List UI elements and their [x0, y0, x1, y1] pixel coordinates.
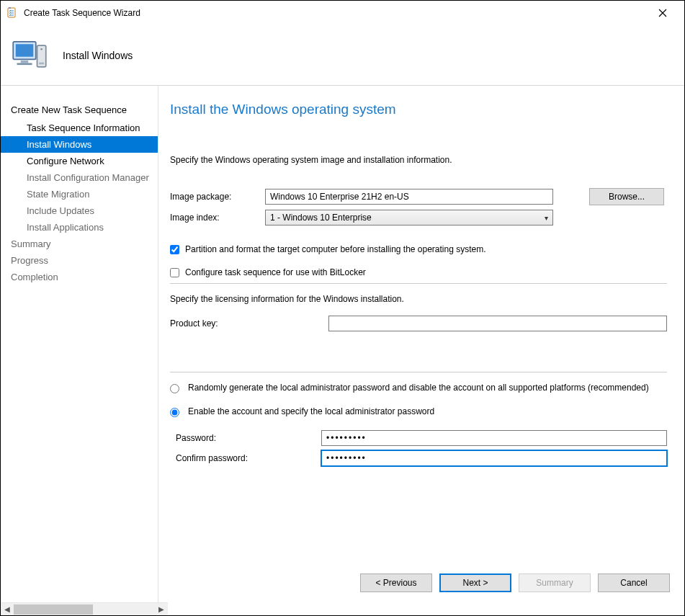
scroll-left-icon[interactable]: ◀	[1, 603, 14, 615]
sidebar-root[interactable]: Create New Task Sequence	[1, 102, 158, 118]
image-index-label: Image index:	[170, 213, 265, 223]
svg-rect-3	[16, 44, 34, 57]
svg-rect-8	[39, 62, 44, 64]
sidebar-item-install-configuration-manager: Install Configuration Manager	[1, 169, 158, 186]
close-button[interactable]	[647, 3, 679, 23]
sidebar-item-task-sequence-information[interactable]: Task Sequence Information	[1, 120, 158, 136]
bitlocker-checkbox[interactable]	[170, 268, 179, 277]
svg-rect-4	[21, 61, 29, 63]
step-title: Install Windows	[63, 50, 133, 61]
sidebar-item-configure-network[interactable]: Configure Network	[1, 153, 158, 169]
next-button[interactable]: Next >	[439, 573, 511, 592]
chevron-down-icon: ▾	[545, 214, 548, 222]
confirm-password-field[interactable]	[321, 450, 667, 466]
sidebar-item-install-applications: Install Applications	[1, 219, 158, 236]
wizard-sidebar: Create New Task Sequence Task Sequence I…	[1, 86, 158, 602]
scroll-right-icon[interactable]: ▶	[155, 603, 168, 615]
summary-button: Summary	[519, 573, 591, 592]
previous-button[interactable]: < Previous	[360, 573, 432, 592]
enable-account-label: Enable the account and specify the local…	[188, 406, 434, 416]
partition-checkbox[interactable]	[170, 245, 179, 254]
partition-checkbox-label: Partition and format the target computer…	[185, 244, 486, 254]
separator	[170, 283, 667, 284]
cancel-button[interactable]: Cancel	[598, 573, 670, 592]
sidebar-item-progress: Progress	[1, 252, 158, 269]
titlebar: Create Task Sequence Wizard	[1, 1, 684, 25]
wizard-main: Install the Windows operating system Spe…	[158, 86, 684, 602]
instruction-text: Specify the Windows operating system ima…	[170, 155, 667, 165]
sidebar-item-install-windows[interactable]: Install Windows	[1, 136, 158, 153]
window-title: Create Task Sequence Wizard	[24, 8, 647, 18]
svg-rect-5	[17, 63, 32, 65]
separator	[170, 372, 667, 372]
sidebar-scrollbar[interactable]: ◀ ▶	[1, 602, 168, 615]
enable-account-radio[interactable]	[170, 408, 179, 417]
confirm-password-label: Confirm password:	[170, 453, 321, 463]
button-bar: < Previous Next > Summary Cancel	[360, 573, 670, 592]
browse-button[interactable]: Browse...	[589, 188, 664, 205]
product-key-field[interactable]	[328, 316, 667, 331]
product-key-label: Product key:	[170, 318, 328, 329]
scroll-thumb[interactable]	[14, 604, 93, 615]
password-field[interactable]	[321, 430, 667, 446]
svg-point-7	[40, 48, 42, 50]
sidebar-item-state-migration: State Migration	[1, 186, 158, 202]
licensing-instruction: Specify the licensing information for th…	[170, 294, 667, 304]
image-index-value: 1 - Windows 10 Enterprise	[270, 213, 372, 223]
page-heading: Install the Windows operating system	[170, 102, 667, 117]
computer-icon	[9, 35, 50, 76]
image-package-field[interactable]	[265, 189, 553, 205]
image-index-select[interactable]: 1 - Windows 10 Enterprise ▾	[265, 210, 553, 226]
password-label: Password:	[170, 433, 321, 443]
random-password-radio[interactable]	[170, 384, 179, 393]
sidebar-item-summary: Summary	[1, 236, 158, 252]
app-icon	[6, 7, 18, 19]
sidebar-item-completion: Completion	[1, 269, 158, 285]
scroll-track[interactable]	[14, 603, 155, 615]
bitlocker-checkbox-label: Configure task sequence for use with Bit…	[185, 267, 366, 277]
wizard-header: Install Windows	[1, 25, 684, 86]
random-password-label: Randomly generate the local administrato…	[188, 383, 649, 393]
image-package-label: Image package:	[170, 192, 265, 202]
svg-rect-1	[9, 7, 11, 9]
sidebar-item-include-updates: Include Updates	[1, 202, 158, 219]
